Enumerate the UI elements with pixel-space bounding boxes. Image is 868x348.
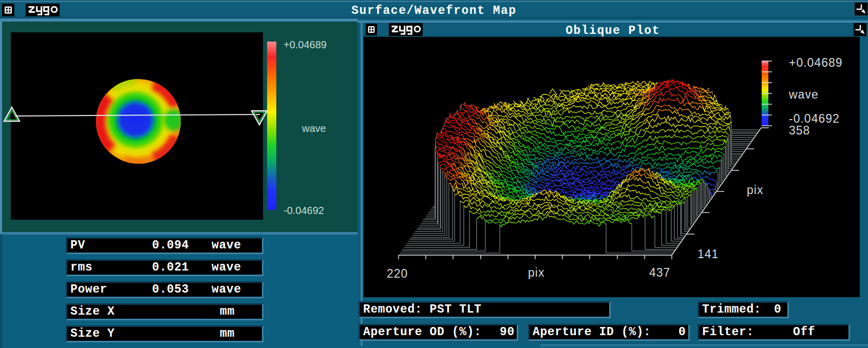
svg-text:wave: wave <box>788 88 819 101</box>
svg-text:pix: pix <box>528 266 544 279</box>
svg-text:358: 358 <box>789 124 810 137</box>
svg-text:437: 437 <box>649 266 670 279</box>
svg-text:141: 141 <box>697 247 719 261</box>
svg-text:+0.04689: +0.04689 <box>789 56 843 69</box>
svg-text:pix: pix <box>747 183 763 197</box>
svg-text:220: 220 <box>387 267 408 280</box>
